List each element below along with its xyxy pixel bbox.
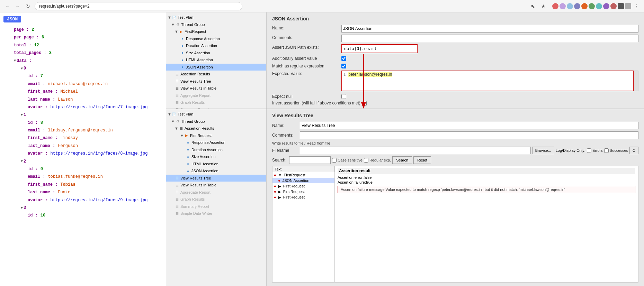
tree-item-testplan[interactable]: ▼ 📄 Test Plan [166, 14, 266, 21]
match-regex-checkbox[interactable] [341, 64, 346, 68]
profile-icon-3[interactable] [567, 3, 573, 9]
tree-item-html-b[interactable]: ● HTML Assertion [166, 160, 266, 168]
profile-icon-5[interactable] [581, 3, 588, 9]
profile-icon-6[interactable] [589, 3, 595, 9]
jmeter-tree-top: ▼ 📄 Test Plan ▼ ⚙ Thread Group ▼ ▶ First… [166, 12, 267, 109]
tree-item-summary-top[interactable]: ☷ Summary Report [166, 106, 266, 109]
invert-checkbox[interactable] [362, 101, 367, 106]
json-line-1: ▼ 1 [0, 111, 166, 119]
regular-exp-label[interactable]: Regular exp. [364, 158, 391, 163]
profile-icon-2[interactable] [560, 3, 566, 9]
tree-item-assertion-results[interactable]: ☰ Assertion Results [166, 71, 266, 78]
tree-item-json-assertion[interactable]: ● JSON Assertion [166, 64, 266, 71]
expand-icon-4[interactable]: ▶ [278, 195, 281, 199]
json-line-perpage: per_page : 6 [0, 34, 166, 41]
tree-item-vrit-b[interactable]: ☷ View Results in Table [166, 182, 266, 189]
tree-item-size-assertion[interactable]: ● Size Assertion [166, 49, 266, 57]
regular-exp-checkbox[interactable] [364, 158, 368, 163]
result-label-2: FirstRequest [283, 184, 305, 188]
graph-icon-1: ☷ [175, 100, 179, 105]
c-button[interactable]: C [629, 147, 638, 154]
json-line-firstname2: first_name : Tobias [0, 181, 166, 188]
reload-button[interactable]: ↻ [24, 2, 32, 10]
vrt-name-input[interactable] [300, 122, 638, 129]
tree-item-firstrequest-top[interactable]: ▼ ▶ FirstRequest [166, 28, 266, 35]
bookmark-icon[interactable]: ★ [539, 2, 547, 10]
share-icon[interactable]: ⬉ [529, 2, 537, 10]
json-line-data: ▼ data : [0, 57, 166, 65]
profile-icon-1[interactable] [552, 3, 558, 9]
result-item-4[interactable]: ● ▶ FirstRequest [272, 194, 334, 200]
text-header[interactable]: Text [272, 166, 334, 172]
tree-item-aggregate-b[interactable]: ☷ Aggregate Report [166, 189, 266, 196]
tree-item-duration-assertion[interactable]: ● Duration Assertion [166, 42, 266, 49]
successes-checkbox-label[interactable]: Successes [604, 148, 628, 153]
json-line-id9: id : 9 [0, 165, 166, 173]
case-sensitive-checkbox[interactable] [332, 158, 337, 163]
profile-icon-9[interactable] [610, 3, 617, 9]
menu-icon[interactable]: ⋮ [632, 2, 641, 10]
tree-item-graph-top[interactable]: ☷ Graph Results [166, 99, 266, 106]
tree-item-assertion-results-b[interactable]: ▼ ☰ Assertion Results [166, 125, 266, 132]
tree-item-response-b[interactable]: ● Response Assertion [166, 139, 266, 146]
reset-button[interactable]: Reset [413, 156, 431, 164]
result-label-4: FirstRequest [283, 195, 305, 199]
expand-icon-1[interactable]: ▼ [278, 173, 282, 177]
assertion-comments-input[interactable] [341, 35, 638, 42]
result-item-1[interactable]: ● ▼ FirstRequest [272, 172, 334, 178]
tree-item-summary-b[interactable]: ☷ Summary Report [166, 203, 266, 210]
tree-item-testplan-b[interactable]: ▼ 📄 Test Plan [166, 111, 266, 118]
tree-item-html-assertion[interactable]: ● HTML Assertion [166, 56, 266, 64]
errors-checkbox-label[interactable]: Errors [587, 148, 603, 153]
profile-icon-10[interactable] [618, 3, 624, 9]
json-line-firstname0: first_name : Michael [0, 88, 166, 95]
results-icon-b2: ☰ [175, 176, 179, 181]
tree-item-aggregate-top[interactable]: ☷ Aggregate Report [166, 92, 266, 99]
profile-icon-8[interactable] [603, 3, 609, 9]
match-regex-label: Match as regular expression [272, 63, 341, 68]
result-item-3[interactable]: ● ▶ FirstRequest [272, 189, 334, 194]
forward-button[interactable]: → [14, 2, 21, 10]
json-line-page: page : 2 [0, 26, 166, 34]
tree-item-vrit-top[interactable]: ☷ View Results in Table [166, 85, 266, 92]
expand-icon-2[interactable]: ▶ [278, 184, 281, 188]
url-bar[interactable]: reqres.in/api/users?page=2 [35, 2, 242, 10]
tree-item-threadgroup[interactable]: ▼ ⚙ Thread Group [166, 21, 266, 28]
profile-icon-7[interactable] [596, 3, 602, 9]
json-line-total: total : 12 [0, 41, 166, 49]
result-item-2[interactable]: ● ▶ FirstRequest [272, 183, 334, 189]
vrt-comments-input[interactable] [300, 131, 638, 139]
result-item-json-assertion[interactable]: ● JSON Assertion [272, 178, 334, 183]
assertion-name-input[interactable] [341, 25, 638, 33]
errors-checkbox[interactable] [587, 148, 591, 153]
json-line-id7: id : 7 [0, 72, 166, 80]
tree-item-response-assertion[interactable]: ● Response Assertion [166, 35, 266, 43]
result-label-1: FirstRequest [284, 173, 305, 177]
tree-item-writer-b[interactable]: ☷ Simple Data Writer [166, 210, 266, 217]
search-label: Search: [272, 158, 286, 163]
tree-item-graph-b[interactable]: ☷ Graph Results [166, 196, 266, 203]
assertion-icon-1: ● [180, 36, 185, 41]
json-line-email0: email : michael.lawson@reqres.in [0, 80, 166, 88]
tree-item-firstrequest-b[interactable]: ▼ ▶ FirstRequest [166, 132, 266, 139]
tree-item-threadgroup-b[interactable]: ▼ ⚙ Thread Group [166, 118, 266, 125]
tree-item-vrt-bottom[interactable]: ☰ View Results Tree [166, 175, 266, 182]
results-tree-pane: Text ● ▼ FirstRequest ● JSON Assertion [272, 166, 335, 282]
tree-item-json-b[interactable]: ● JSON Assertion [166, 167, 266, 175]
profile-icon-4[interactable] [574, 3, 580, 9]
browse-button[interactable]: Browse... [532, 147, 554, 154]
expect-null-label: Expect null [272, 93, 341, 99]
successes-checkbox[interactable] [604, 148, 609, 153]
tree-item-vrt-top[interactable]: ☰ View Results Tree [166, 78, 266, 85]
tree-item-duration-b[interactable]: ● Duration Assertion [166, 146, 266, 154]
profile-icon-11[interactable] [625, 3, 631, 9]
back-button[interactable]: ← [3, 2, 11, 10]
expect-null-checkbox[interactable] [341, 94, 346, 99]
case-sensitive-label[interactable]: Case sensitive [332, 158, 363, 163]
search-input[interactable] [289, 156, 331, 164]
filename-input[interactable] [300, 147, 531, 154]
expand-icon-3[interactable]: ▶ [278, 190, 281, 194]
search-button[interactable]: Search [392, 156, 412, 164]
tree-item-size-b[interactable]: ● Size Assertion [166, 153, 266, 160]
additionally-checkbox[interactable] [341, 56, 346, 61]
